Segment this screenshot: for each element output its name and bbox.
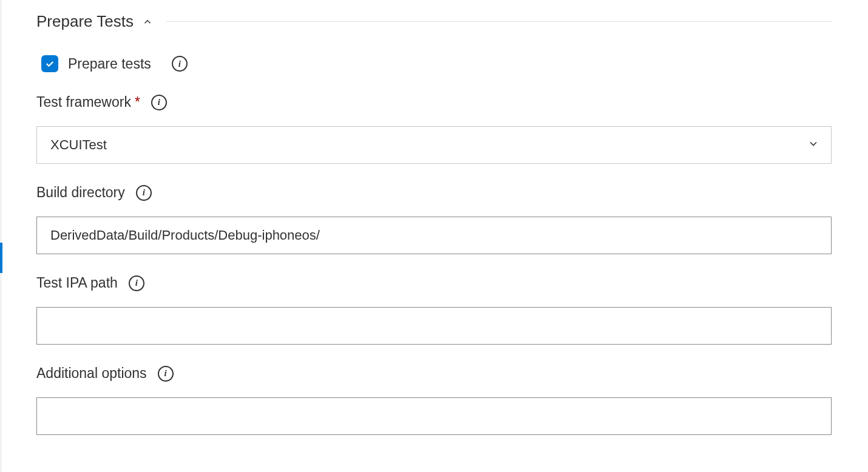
section-divider xyxy=(166,21,832,22)
info-icon[interactable]: i xyxy=(136,185,152,201)
additional-options-label: Additional options xyxy=(36,365,147,382)
prepare-tests-checkbox[interactable] xyxy=(41,55,58,72)
section-title: Prepare Tests xyxy=(36,12,134,31)
prepare-tests-checkbox-row: Prepare tests i xyxy=(41,55,832,72)
additional-options-input[interactable] xyxy=(36,397,832,435)
left-border xyxy=(0,0,2,472)
test-framework-group: Test framework * i XCUITest xyxy=(36,94,832,164)
required-asterisk: * xyxy=(135,94,140,110)
info-icon[interactable]: i xyxy=(151,95,167,110)
left-border-accent xyxy=(0,243,2,273)
prepare-tests-section: Prepare Tests Prepare tests i Test frame… xyxy=(0,0,868,472)
additional-options-label-row: Additional options i xyxy=(36,365,832,382)
info-icon[interactable]: i xyxy=(172,56,188,72)
test-ipa-path-label: Test IPA path xyxy=(36,275,118,291)
section-header[interactable]: Prepare Tests xyxy=(36,12,832,31)
test-framework-label-row: Test framework * i xyxy=(36,94,832,110)
test-ipa-path-group: Test IPA path i xyxy=(36,275,832,345)
additional-options-group: Additional options i xyxy=(36,365,832,435)
build-directory-group: Build directory i xyxy=(36,184,832,254)
prepare-tests-checkbox-label: Prepare tests xyxy=(68,56,151,72)
build-directory-input[interactable] xyxy=(36,217,832,254)
test-framework-value: XCUITest xyxy=(50,137,107,153)
build-directory-label: Build directory xyxy=(36,184,125,201)
info-icon[interactable]: i xyxy=(129,275,144,291)
test-framework-select[interactable]: XCUITest xyxy=(36,126,832,164)
chevron-up-icon xyxy=(141,15,154,29)
info-icon[interactable]: i xyxy=(158,366,174,382)
test-framework-select-wrapper: XCUITest xyxy=(36,126,832,164)
test-ipa-path-label-row: Test IPA path i xyxy=(36,275,832,291)
test-ipa-path-input[interactable] xyxy=(36,307,832,345)
test-framework-label: Test framework xyxy=(36,94,131,110)
build-directory-label-row: Build directory i xyxy=(36,184,832,201)
